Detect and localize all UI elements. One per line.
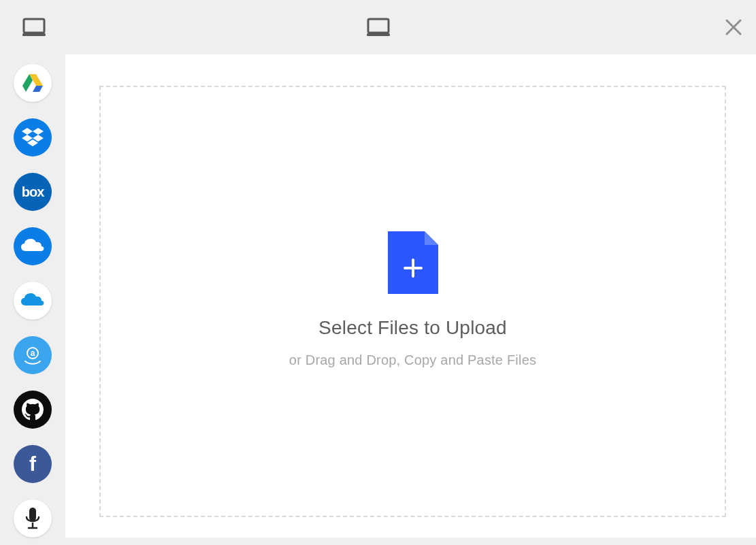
upload-dropzone[interactable]: Select Files to Upload or Drag and Drop,… <box>99 86 726 517</box>
svg-rect-0 <box>24 19 44 33</box>
main-panel: Select Files to Upload or Drag and Drop,… <box>65 54 756 538</box>
header-right <box>702 18 742 36</box>
svg-rect-1 <box>22 33 46 36</box>
microphone-icon <box>25 508 40 529</box>
source-audio[interactable] <box>14 499 52 538</box>
svg-marker-10 <box>33 128 44 135</box>
google-drive-icon <box>22 74 43 92</box>
dropbox-icon <box>22 128 44 147</box>
svg-marker-12 <box>33 135 44 142</box>
current-source-device-icon <box>367 18 390 37</box>
local-device-icon[interactable] <box>22 18 46 37</box>
svg-marker-11 <box>22 135 33 142</box>
svg-marker-9 <box>22 128 33 135</box>
amazon-drive-icon: a <box>21 344 44 367</box>
close-button[interactable] <box>725 18 742 36</box>
github-icon <box>22 399 44 420</box>
facebook-icon: f <box>29 452 36 476</box>
source-onedrive-personal[interactable] <box>14 282 52 320</box>
svg-rect-16 <box>29 508 36 521</box>
onedrive-personal-icon <box>21 293 44 308</box>
source-google-drive[interactable] <box>14 64 52 102</box>
source-facebook[interactable]: f <box>14 445 52 483</box>
dropzone-subtitle: or Drag and Drop, Copy and Paste Files <box>289 352 536 368</box>
onedrive-icon <box>21 239 44 254</box>
svg-marker-13 <box>27 139 38 146</box>
upload-file-icon <box>388 231 438 297</box>
header-center <box>54 18 702 37</box>
source-github[interactable] <box>14 391 52 429</box>
source-amazon-drive[interactable]: a <box>14 336 52 374</box>
svg-text:a: a <box>31 348 35 358</box>
sources-sidebar: box a f <box>0 61 65 538</box>
svg-rect-2 <box>368 19 389 33</box>
source-onedrive[interactable] <box>14 227 52 265</box>
svg-rect-3 <box>367 33 390 36</box>
header <box>0 0 756 54</box>
header-left <box>14 18 54 37</box>
app-root: box a f <box>0 0 756 545</box>
svg-marker-7 <box>33 86 43 92</box>
source-dropbox[interactable] <box>14 118 52 156</box>
box-icon: box <box>22 184 44 200</box>
source-box[interactable]: box <box>14 173 52 211</box>
dropzone-title: Select Files to Upload <box>318 317 507 339</box>
